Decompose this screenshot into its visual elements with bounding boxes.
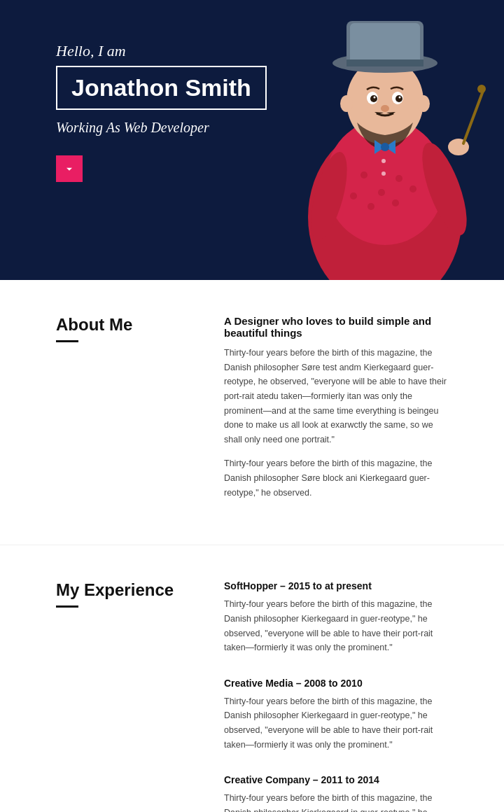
svg-point-3 [378,189,385,196]
about-para-1: Thirty-four years before the birth of th… [224,346,448,447]
svg-point-17 [370,95,377,102]
experience-label: My Experience [56,580,196,812]
about-underline [56,340,78,342]
experience-section: My Experience SoftHopper – 2015 to at pr… [0,545,504,812]
svg-point-2 [360,172,368,178]
scroll-down-button[interactable] [56,155,83,182]
experience-underline [56,606,78,608]
about-label: About Me [56,315,196,510]
svg-point-8 [350,192,357,200]
svg-point-18 [396,95,402,102]
svg-point-33 [382,172,386,176]
svg-point-21 [381,105,389,112]
about-para-2: Thirty-four years before the birth of th… [224,456,448,500]
hero-section: Hello, I am Jonathon Smith Working As We… [0,0,504,280]
hero-name: Jonathon Smith [71,74,251,101]
exp-item-text: Thirty-four years before the birth of th… [224,597,448,655]
hero-greeting: Hello, I am [56,42,350,60]
about-content: A Designer who loves to build simple and… [224,315,448,510]
arrow-down-icon [64,163,75,174]
hero-title: Working As Web Developer [56,120,350,136]
svg-line-29 [463,91,483,144]
hero-name-box: Jonathon Smith [56,66,267,110]
svg-rect-14 [346,59,424,66]
svg-point-4 [396,175,402,182]
about-headline: A Designer who loves to build simple and… [224,315,448,339]
svg-point-28 [448,139,469,155]
experience-content: SoftHopper – 2015 to at present Thirty-f… [224,580,448,812]
svg-point-6 [392,200,399,206]
about-title: About Me [56,315,196,335]
svg-point-19 [374,97,376,99]
exp-item-title: Creative Media – 2008 to 2010 [224,678,448,689]
svg-point-5 [368,203,374,210]
experience-item: Creative Media – 2008 to 2010 Thirty-fou… [224,678,448,752]
experience-item: Creative Company – 2011 to 2014 Thirty-f… [224,774,448,812]
exp-item-text: Thirty-four years before the birth of th… [224,791,448,812]
svg-point-7 [410,186,416,192]
svg-point-26 [381,143,389,151]
exp-item-title: SoftHopper – 2015 to at present [224,580,448,592]
svg-point-30 [477,85,486,93]
exp-item-text: Thirty-four years before the birth of th… [224,694,448,752]
experience-item: SoftHopper – 2015 to at present Thirty-f… [224,580,448,655]
svg-point-23 [417,95,430,112]
svg-rect-13 [350,23,420,64]
svg-point-20 [399,97,401,99]
about-section: About Me A Designer who loves to build s… [0,280,504,545]
experience-title: My Experience [56,580,196,600]
svg-point-32 [382,159,386,163]
exp-item-title: Creative Company – 2011 to 2014 [224,774,448,785]
